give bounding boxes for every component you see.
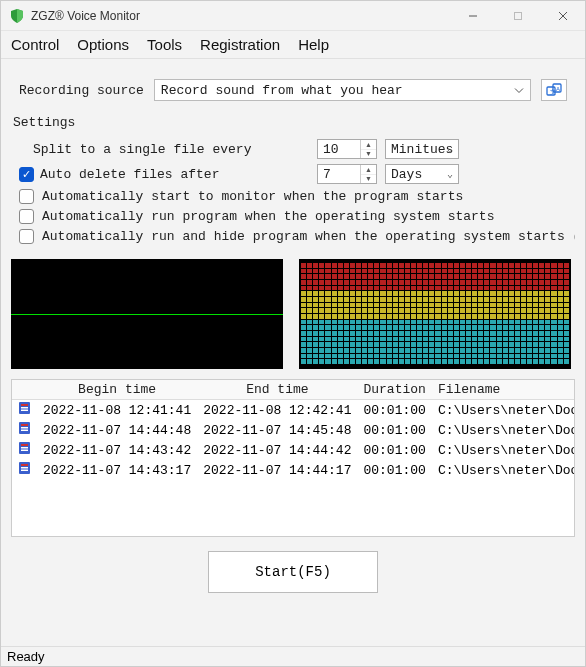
split-label: Split to a single file every: [19, 142, 309, 157]
svg-rect-1: [514, 12, 521, 19]
svg-rect-10: [21, 407, 28, 409]
col-end-header[interactable]: End time: [197, 380, 357, 400]
split-unit-value: Minitues: [391, 142, 453, 157]
autorun-checkbox[interactable]: [19, 209, 34, 224]
menu-help[interactable]: Help: [298, 36, 329, 53]
recording-source-combo[interactable]: Record sound from what you hear: [154, 79, 531, 101]
menu-options[interactable]: Options: [77, 36, 129, 53]
recordings-table[interactable]: Begin time End time Duration Filename 20…: [11, 379, 575, 537]
autodelete-value-spinner[interactable]: 7 ▲▼: [317, 164, 377, 184]
cell-begin: 2022-11-08 12:41:41: [37, 400, 197, 421]
audio-file-icon: [18, 461, 31, 475]
cell-duration: 00:01:00: [357, 440, 431, 460]
table-row[interactable]: 2022-11-07 14:43:422022-11-07 14:44:4200…: [12, 440, 575, 460]
svg-rect-15: [21, 430, 28, 432]
cell-begin: 2022-11-07 14:43:17: [37, 460, 197, 480]
svg-rect-11: [21, 410, 28, 412]
cell-end: 2022-11-07 14:44:42: [197, 440, 357, 460]
audio-file-icon: [18, 421, 31, 435]
col-begin-header[interactable]: Begin time: [37, 380, 197, 400]
svg-rect-13: [21, 424, 28, 426]
svg-rect-22: [21, 467, 28, 469]
recording-source-value: Record sound from what you hear: [161, 83, 403, 98]
cell-filename: C:\Users\neter\Documents\JFY ...: [432, 400, 575, 421]
autostart-monitor-label: Automatically start to monitor when the …: [42, 189, 575, 204]
autorun-label: Automatically run program when the opera…: [42, 209, 575, 224]
menubar: Control Options Tools Registration Help: [1, 31, 585, 59]
spinner-up-icon[interactable]: ▲: [361, 140, 376, 150]
cell-filename: C:\Users\neter\Documents\JFY ...: [432, 460, 575, 480]
col-duration-header[interactable]: Duration: [357, 380, 431, 400]
cell-begin: 2022-11-07 14:44:48: [37, 420, 197, 440]
autorun-hide-checkbox[interactable]: [19, 229, 34, 244]
chevron-down-icon: ⌄: [447, 168, 453, 180]
close-button[interactable]: [540, 1, 585, 31]
svg-rect-14: [21, 427, 28, 429]
autodelete-value: 7: [318, 165, 360, 183]
cell-end: 2022-11-07 14:44:17: [197, 460, 357, 480]
audio-file-icon: [18, 401, 31, 415]
autodelete-unit-value: Days: [391, 167, 422, 182]
start-button-label: Start(F5): [255, 564, 331, 580]
autodelete-label: Auto delete files after: [40, 167, 219, 182]
chevron-down-icon: [514, 83, 524, 98]
spinner-up-icon[interactable]: ▲: [361, 165, 376, 175]
recording-source-label: Recording source: [19, 83, 144, 98]
menu-control[interactable]: Control: [11, 36, 59, 53]
autostart-monitor-checkbox[interactable]: [19, 189, 34, 204]
settings-heading: Settings: [13, 115, 575, 130]
spinner-down-icon[interactable]: ▼: [361, 150, 376, 159]
split-value: 10: [318, 140, 360, 158]
statusbar: Ready: [1, 646, 585, 666]
translate-button[interactable]: 文A: [541, 79, 567, 101]
cell-end: 2022-11-07 14:45:48: [197, 420, 357, 440]
cell-begin: 2022-11-07 14:43:42: [37, 440, 197, 460]
table-row[interactable]: 2022-11-07 14:43:172022-11-07 14:44:1700…: [12, 460, 575, 480]
cell-duration: 00:01:00: [357, 460, 431, 480]
start-button[interactable]: Start(F5): [208, 551, 378, 593]
svg-rect-17: [21, 444, 28, 446]
status-text: Ready: [7, 649, 45, 664]
titlebar: ZGZ® Voice Monitor: [1, 1, 585, 31]
svg-rect-18: [21, 447, 28, 449]
table-row[interactable]: 2022-11-07 14:44:482022-11-07 14:45:4800…: [12, 420, 575, 440]
audio-file-icon: [18, 441, 31, 455]
maximize-button[interactable]: [495, 1, 540, 31]
svg-rect-21: [21, 464, 28, 466]
menu-tools[interactable]: Tools: [147, 36, 182, 53]
autodelete-checkbox[interactable]: [19, 167, 34, 182]
spinner-down-icon[interactable]: ▼: [361, 175, 376, 184]
svg-text:A: A: [556, 86, 560, 92]
chevron-down-icon: ⌄: [447, 143, 453, 155]
svg-rect-23: [21, 470, 28, 472]
window-title: ZGZ® Voice Monitor: [31, 9, 450, 23]
cell-duration: 00:01:00: [357, 420, 431, 440]
cell-end: 2022-11-08 12:42:41: [197, 400, 357, 421]
cell-filename: C:\Users\neter\Documents\JFY ...: [432, 440, 575, 460]
autorun-hide-label: Automatically run and hide program when …: [42, 229, 575, 244]
waveform-line: [11, 314, 283, 315]
split-unit-combo[interactable]: Minitues ⌄: [385, 139, 459, 159]
cell-duration: 00:01:00: [357, 400, 431, 421]
cell-filename: C:\Users\neter\Documents\JFY ...: [432, 420, 575, 440]
waveform-panel: [11, 259, 283, 369]
table-row[interactable]: 2022-11-08 12:41:412022-11-08 12:42:4100…: [12, 400, 575, 421]
svg-rect-9: [21, 404, 28, 406]
col-filename-header[interactable]: Filename: [432, 380, 575, 400]
autodelete-unit-combo[interactable]: Days ⌄: [385, 164, 459, 184]
menu-registration[interactable]: Registration: [200, 36, 280, 53]
svg-rect-19: [21, 450, 28, 452]
split-value-spinner[interactable]: 10 ▲▼: [317, 139, 377, 159]
spectrum-panel: [299, 259, 571, 369]
minimize-button[interactable]: [450, 1, 495, 31]
shield-icon: [9, 8, 25, 24]
